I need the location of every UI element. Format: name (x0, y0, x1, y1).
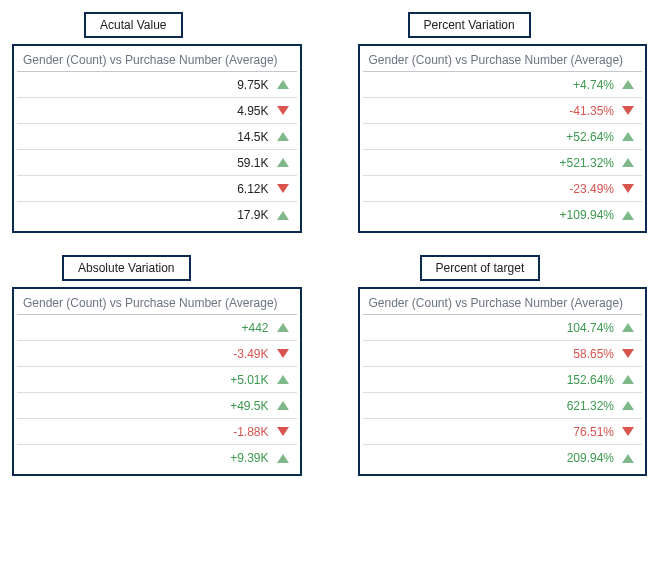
card: Gender (Count) vs Purchase Number (Avera… (358, 44, 648, 233)
value-text: 104.74% (567, 321, 614, 335)
triangle-down-icon (622, 349, 634, 358)
table-row: -23.49% (363, 176, 643, 202)
table-row: +5.01K (17, 367, 297, 393)
value-text: 6.12K (237, 182, 268, 196)
table-row: 6.12K (17, 176, 297, 202)
value-text: 59.1K (237, 156, 268, 170)
value-text: +9.39K (230, 451, 268, 465)
value-text: -3.49K (233, 347, 268, 361)
rows: 9.75K4.95K14.5K59.1K6.12K17.9K (17, 72, 297, 228)
rows: 104.74%58.65%152.64%621.32%76.51%209.94% (363, 315, 643, 471)
value-text: +109.94% (560, 208, 614, 222)
panel-title: Percent of target (420, 255, 541, 281)
value-text: 152.64% (567, 373, 614, 387)
value-text: +4.74% (573, 78, 614, 92)
triangle-up-icon (277, 80, 289, 89)
triangle-up-icon (622, 158, 634, 167)
table-row: 59.1K (17, 150, 297, 176)
triangle-up-icon (622, 375, 634, 384)
table-row: +442 (17, 315, 297, 341)
triangle-down-icon (277, 106, 289, 115)
table-row: 58.65% (363, 341, 643, 367)
table-row: 621.32% (363, 393, 643, 419)
value-text: 621.32% (567, 399, 614, 413)
triangle-down-icon (277, 427, 289, 436)
table-row: 152.64% (363, 367, 643, 393)
table-row: +9.39K (17, 445, 297, 471)
triangle-up-icon (277, 454, 289, 463)
table-row: +49.5K (17, 393, 297, 419)
card-header: Gender (Count) vs Purchase Number (Avera… (17, 49, 297, 72)
card: Gender (Count) vs Purchase Number (Avera… (12, 44, 302, 233)
table-row: +109.94% (363, 202, 643, 228)
value-text: 4.95K (237, 104, 268, 118)
value-text: -23.49% (569, 182, 614, 196)
value-text: +442 (241, 321, 268, 335)
card-header: Gender (Count) vs Purchase Number (Avera… (363, 292, 643, 315)
table-row: -41.35% (363, 98, 643, 124)
triangle-down-icon (277, 184, 289, 193)
value-text: 9.75K (237, 78, 268, 92)
triangle-up-icon (622, 454, 634, 463)
triangle-up-icon (622, 211, 634, 220)
table-row: 76.51% (363, 419, 643, 445)
table-row: 4.95K (17, 98, 297, 124)
card-header: Gender (Count) vs Purchase Number (Avera… (363, 49, 643, 72)
dashboard-grid: Acutal Value Gender (Count) vs Purchase … (12, 12, 647, 476)
triangle-up-icon (277, 158, 289, 167)
value-text: 58.65% (573, 347, 614, 361)
value-text: -41.35% (569, 104, 614, 118)
panel-actual-value: Acutal Value Gender (Count) vs Purchase … (12, 12, 302, 233)
table-row: -1.88K (17, 419, 297, 445)
triangle-down-icon (622, 427, 634, 436)
value-text: -1.88K (233, 425, 268, 439)
table-row: +4.74% (363, 72, 643, 98)
value-text: +5.01K (230, 373, 268, 387)
triangle-up-icon (277, 323, 289, 332)
table-row: 104.74% (363, 315, 643, 341)
rows: +442-3.49K+5.01K+49.5K-1.88K+9.39K (17, 315, 297, 471)
value-text: 76.51% (573, 425, 614, 439)
triangle-down-icon (622, 184, 634, 193)
value-text: 17.9K (237, 208, 268, 222)
triangle-up-icon (277, 211, 289, 220)
triangle-up-icon (277, 375, 289, 384)
table-row: 209.94% (363, 445, 643, 471)
triangle-up-icon (622, 401, 634, 410)
value-text: +521.32% (560, 156, 614, 170)
triangle-up-icon (622, 80, 634, 89)
triangle-down-icon (277, 349, 289, 358)
table-row: 9.75K (17, 72, 297, 98)
table-row: 17.9K (17, 202, 297, 228)
value-text: 14.5K (237, 130, 268, 144)
triangle-up-icon (277, 132, 289, 141)
panel-percent-variation: Percent Variation Gender (Count) vs Purc… (358, 12, 648, 233)
value-text: +52.64% (566, 130, 614, 144)
value-text: 209.94% (567, 451, 614, 465)
value-text: +49.5K (230, 399, 268, 413)
table-row: +521.32% (363, 150, 643, 176)
panel-title: Acutal Value (84, 12, 183, 38)
card: Gender (Count) vs Purchase Number (Avera… (358, 287, 648, 476)
card-header: Gender (Count) vs Purchase Number (Avera… (17, 292, 297, 315)
panel-title: Absolute Variation (62, 255, 191, 281)
rows: +4.74%-41.35%+52.64%+521.32%-23.49%+109.… (363, 72, 643, 228)
triangle-down-icon (622, 106, 634, 115)
table-row: 14.5K (17, 124, 297, 150)
card: Gender (Count) vs Purchase Number (Avera… (12, 287, 302, 476)
table-row: +52.64% (363, 124, 643, 150)
panel-absolute-variation: Absolute Variation Gender (Count) vs Pur… (12, 255, 302, 476)
table-row: -3.49K (17, 341, 297, 367)
triangle-up-icon (622, 323, 634, 332)
panel-title: Percent Variation (408, 12, 531, 38)
triangle-up-icon (277, 401, 289, 410)
triangle-up-icon (622, 132, 634, 141)
panel-percent-of-target: Percent of target Gender (Count) vs Purc… (358, 255, 648, 476)
